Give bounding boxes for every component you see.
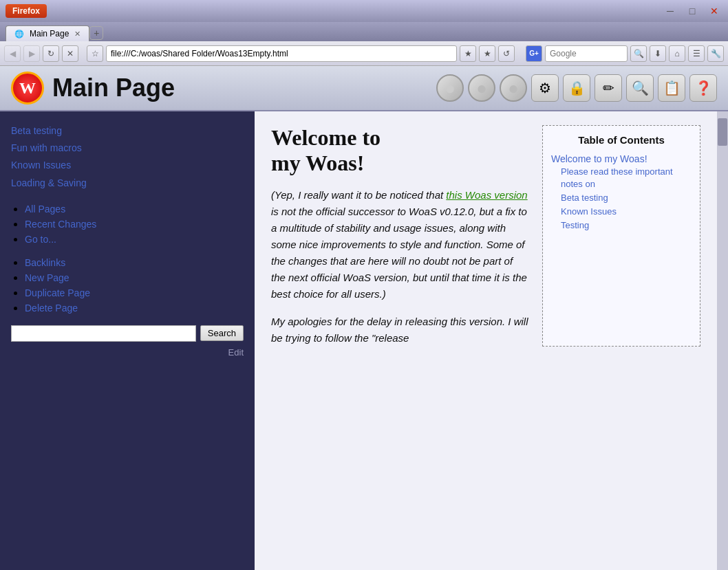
list-item: Backlinks: [25, 256, 244, 269]
article-text-part3: My apologies for the delay in releasing …: [271, 316, 528, 344]
toolbar-btn-1[interactable]: ●: [436, 74, 464, 102]
toolbar-icons: ● ● ● ⚙ 🔒 ✏ 🔍 📋 ❓: [436, 74, 717, 102]
browser-titlebar: Firefox ─ □ ✕: [0, 0, 728, 22]
list-item: New Page: [25, 272, 244, 284]
toc-sublist: Please read these important notes on Bet…: [551, 165, 692, 231]
forward-button[interactable]: ▶: [23, 45, 40, 62]
toc-sub-link-beta[interactable]: Beta testing: [561, 193, 608, 203]
tab-title: Main Page: [30, 29, 69, 39]
content-wrapper: Beta testing Fun with macros Known Issue…: [0, 111, 728, 570]
sidebar-recent-changes[interactable]: Recent Changes: [25, 219, 96, 230]
tab-bar: 🌐 Main Page ✕ +: [0, 22, 728, 41]
bookmark-icon[interactable]: ☆: [87, 45, 103, 62]
active-tab[interactable]: 🌐 Main Page ✕: [6, 25, 89, 41]
address-bar[interactable]: [106, 45, 457, 62]
close-button[interactable]: ✕: [706, 3, 722, 19]
home-icon[interactable]: ⌂: [669, 45, 685, 62]
list-item: Go to...: [25, 233, 244, 245]
page-header: W Main Page ● ● ● ⚙ 🔒 ✏ 🔍 📋 ❓: [0, 66, 728, 111]
firefox-menu-button[interactable]: Firefox: [6, 4, 47, 18]
toolbar-btn-2[interactable]: ●: [468, 74, 495, 102]
article-text-part2: is not the official successor to WoaS v0…: [271, 206, 527, 300]
nav-bar: ◀ ▶ ↻ ✕ ☆ ★ ★ ↺ G+ 🔍 ⬇ ⌂ ☰ 🔧: [0, 41, 728, 66]
tab-favicon: 🌐: [14, 30, 24, 39]
search-icon[interactable]: 🔍: [630, 45, 647, 62]
minimize-button[interactable]: ─: [662, 3, 678, 19]
lock-icon[interactable]: 🔒: [563, 74, 590, 102]
scrollbar[interactable]: [717, 111, 728, 570]
sidebar-edit: Edit: [11, 347, 244, 358]
article-body-text: (Yep, I really want it to be noticed tha…: [271, 187, 528, 303]
toc-link-welcome[interactable]: Welcome to my Woas!: [551, 153, 647, 164]
sidebar-duplicate-page[interactable]: Duplicate Page: [25, 287, 90, 298]
sidebar-list-2: Backlinks New Page Duplicate Page Delete…: [11, 256, 244, 314]
sidebar-nav-links: Beta testing Fun with macros Known Issue…: [11, 122, 244, 192]
edit-icon[interactable]: ✏: [595, 74, 622, 102]
page-title: Main Page: [52, 74, 175, 102]
sidebar-search: Search: [11, 325, 244, 342]
star-icon[interactable]: ★: [460, 45, 476, 62]
download-icon[interactable]: ⬇: [650, 45, 666, 62]
article-body: Welcome to my Woas! (Yep, I really want …: [271, 125, 528, 347]
article-text-part1: (Yep, I really want it to be noticed tha…: [271, 189, 446, 201]
sidebar-all-pages[interactable]: All Pages: [25, 204, 65, 215]
reload-icon[interactable]: ↺: [498, 45, 515, 62]
star2-icon[interactable]: ★: [479, 45, 495, 62]
page-title-area: W Main Page: [11, 72, 175, 105]
tools-icon[interactable]: 🔧: [707, 45, 724, 62]
toc-sub-item: Please read these important notes on: [561, 165, 692, 190]
article-title-line2: my Woas!: [271, 151, 364, 175]
stop-button[interactable]: ✕: [62, 45, 78, 62]
toc-list: Welcome to my Woas! Please read these im…: [551, 153, 692, 231]
logo-letter: W: [19, 79, 36, 98]
toc-item: Welcome to my Woas! Please read these im…: [551, 153, 692, 231]
toc-sub-item: Testing: [561, 219, 692, 231]
list-item: Duplicate Page: [25, 287, 244, 299]
main-content-inner: Welcome to my Woas! (Yep, I really want …: [271, 125, 700, 347]
toc-sub-link-known-issues[interactable]: Known Issues: [561, 206, 617, 217]
article-title: Welcome to my Woas!: [271, 125, 528, 176]
toc-sub-item: Known Issues: [561, 205, 692, 217]
sidebar-go-to[interactable]: Go to...: [25, 234, 56, 245]
list-item: Recent Changes: [25, 218, 244, 230]
article-title-line1: Welcome to: [271, 125, 381, 150]
sidebar-item-loading-saving[interactable]: Loading & Saving: [11, 175, 244, 192]
edit-label[interactable]: Edit: [228, 347, 244, 358]
help-icon[interactable]: ❓: [689, 74, 717, 102]
sidebar-item-beta-testing[interactable]: Beta testing: [11, 122, 244, 140]
id-button[interactable]: G+: [526, 45, 542, 62]
list-item: Delete Page: [25, 302, 244, 314]
tab-close-icon[interactable]: ✕: [74, 30, 81, 39]
list-item: All Pages: [25, 203, 244, 215]
toc-sub-link-please-read[interactable]: Please read these important notes on: [561, 166, 673, 189]
new-tab-button[interactable]: +: [89, 26, 103, 40]
search-bar[interactable]: [545, 45, 628, 62]
refresh-button[interactable]: ↻: [43, 45, 59, 62]
main-content: Welcome to my Woas! (Yep, I really want …: [255, 111, 717, 570]
sidebar-item-known-issues[interactable]: Known Issues: [11, 157, 244, 174]
scrollbar-thumb[interactable]: [718, 118, 727, 146]
sidebar-backlinks[interactable]: Backlinks: [25, 257, 65, 268]
magnify-icon[interactable]: 🔍: [626, 74, 654, 102]
toc-title: Table of Contents: [551, 134, 692, 146]
back-button[interactable]: ◀: [4, 45, 21, 62]
toolbar-btn-3[interactable]: ●: [500, 74, 527, 102]
sidebar-item-fun-macros[interactable]: Fun with macros: [11, 140, 244, 157]
table-of-contents: Table of Contents Welcome to my Woas! Pl…: [542, 125, 700, 347]
search-button[interactable]: Search: [200, 325, 244, 341]
bookmarks-icon[interactable]: ☰: [688, 45, 705, 62]
toc-sub-link-testing[interactable]: Testing: [561, 220, 589, 230]
woas-version-link[interactable]: this Woas version: [446, 189, 527, 201]
maximize-button[interactable]: □: [684, 3, 700, 19]
note-icon[interactable]: 📋: [658, 74, 685, 102]
sidebar-delete-page[interactable]: Delete Page: [25, 303, 78, 314]
sidebar-new-page[interactable]: New Page: [25, 272, 69, 283]
sidebar-list-1: All Pages Recent Changes Go to...: [11, 203, 244, 245]
toc-sub-item: Beta testing: [561, 191, 692, 204]
sidebar: Beta testing Fun with macros Known Issue…: [0, 111, 255, 570]
article-body-text-2: My apologies for the delay in releasing …: [271, 314, 528, 347]
search-input[interactable]: [11, 325, 196, 342]
settings-icon[interactable]: ⚙: [531, 74, 559, 102]
woas-logo: W: [11, 72, 44, 105]
